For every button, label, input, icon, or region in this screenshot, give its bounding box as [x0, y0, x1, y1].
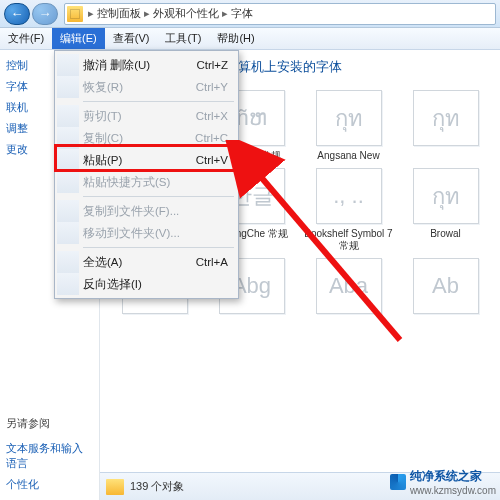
font-thumb: Aba: [316, 258, 382, 314]
breadcrumb-1[interactable]: 控制面板: [97, 6, 141, 21]
menu-file[interactable]: 文件(F): [0, 28, 52, 49]
sidebar-see-also: 另请参阅 文本服务和输入语言 个性化: [6, 416, 93, 492]
watermark-logo-icon: [390, 474, 406, 490]
menu-separator: [83, 196, 234, 197]
font-thumb: Ab: [413, 258, 479, 314]
menu-move-to-folder[interactable]: 移动到文件夹(V)...: [57, 222, 236, 244]
menu-paste[interactable]: 粘贴(P)Ctrl+V: [57, 149, 236, 171]
menu-tools[interactable]: 工具(T): [157, 28, 209, 49]
font-item[interactable]: กุทAngsana New: [302, 90, 395, 162]
font-item[interactable]: Ab: [399, 258, 492, 318]
menu-copy[interactable]: 复制(C)Ctrl+C: [57, 127, 236, 149]
arrow-left-icon: ←: [11, 6, 24, 21]
folder-icon: [67, 6, 83, 22]
watermark-url: www.kzmsydw.com: [410, 485, 496, 496]
font-label: Browal: [430, 228, 461, 240]
address-bar[interactable]: ▸ 控制面板 ▸ 外观和个性化 ▸ 字体: [64, 3, 496, 25]
folder-icon: [106, 479, 124, 495]
font-label: Angsana New: [317, 150, 379, 162]
font-item[interactable]: กุท: [399, 90, 492, 162]
menubar: 文件(F) 编辑(E) 查看(V) 工具(T) 帮助(H): [0, 28, 500, 50]
font-thumb: กุท: [413, 90, 479, 146]
menu-separator: [83, 247, 234, 248]
menu-edit[interactable]: 编辑(E): [52, 28, 105, 49]
menu-select-all[interactable]: 全选(A)Ctrl+A: [57, 251, 236, 273]
watermark: 纯净系统之家 www.kzmsydw.com: [390, 468, 496, 496]
menu-paste-shortcut[interactable]: 粘贴快捷方式(S): [57, 171, 236, 193]
edit-menu-dropdown: 撤消 删除(U)Ctrl+Z 恢复(R)Ctrl+Y 剪切(T)Ctrl+X 复…: [54, 50, 239, 299]
menu-redo[interactable]: 恢复(R)Ctrl+Y: [57, 76, 236, 98]
chevron-right-icon: ▸: [144, 7, 150, 20]
menu-cut[interactable]: 剪切(T)Ctrl+X: [57, 105, 236, 127]
forward-button[interactable]: →: [32, 3, 58, 25]
nav-buttons: ← →: [4, 3, 60, 25]
font-item[interactable]: ., ..Bookshelf Symbol 7 常规: [302, 168, 395, 252]
watermark-title: 纯净系统之家: [410, 468, 496, 485]
fonts-window: ← → ▸ 控制面板 ▸ 外观和个性化 ▸ 字体 文件(F) 编辑(E) 查看(…: [0, 0, 500, 500]
font-thumb: ., ..: [316, 168, 382, 224]
menu-help[interactable]: 帮助(H): [209, 28, 262, 49]
see-also-link-1[interactable]: 个性化: [6, 477, 93, 492]
font-thumb: กุท: [316, 90, 382, 146]
menu-view[interactable]: 查看(V): [105, 28, 158, 49]
font-label: Bookshelf Symbol 7 常规: [304, 228, 394, 252]
menu-invert-selection[interactable]: 反向选择(I): [57, 273, 236, 295]
chevron-right-icon: ▸: [88, 7, 94, 20]
font-item[interactable]: กุทBrowal: [399, 168, 492, 252]
font-item[interactable]: Aba: [302, 258, 395, 318]
menu-separator: [83, 101, 234, 102]
font-thumb: กุท: [413, 168, 479, 224]
status-text: 139 个对象: [130, 479, 184, 494]
chevron-right-icon: ▸: [222, 7, 228, 20]
titlebar: ← → ▸ 控制面板 ▸ 外观和个性化 ▸ 字体: [0, 0, 500, 28]
arrow-right-icon: →: [39, 6, 52, 21]
breadcrumb-2[interactable]: 外观和个性化: [153, 6, 219, 21]
breadcrumb-3[interactable]: 字体: [231, 6, 253, 21]
menu-undo[interactable]: 撤消 删除(U)Ctrl+Z: [57, 54, 236, 76]
see-also-link-0[interactable]: 文本服务和输入语言: [6, 441, 93, 471]
menu-copy-to-folder[interactable]: 复制到文件夹(F)...: [57, 200, 236, 222]
back-button[interactable]: ←: [4, 3, 30, 25]
see-also-header: 另请参阅: [6, 416, 93, 431]
